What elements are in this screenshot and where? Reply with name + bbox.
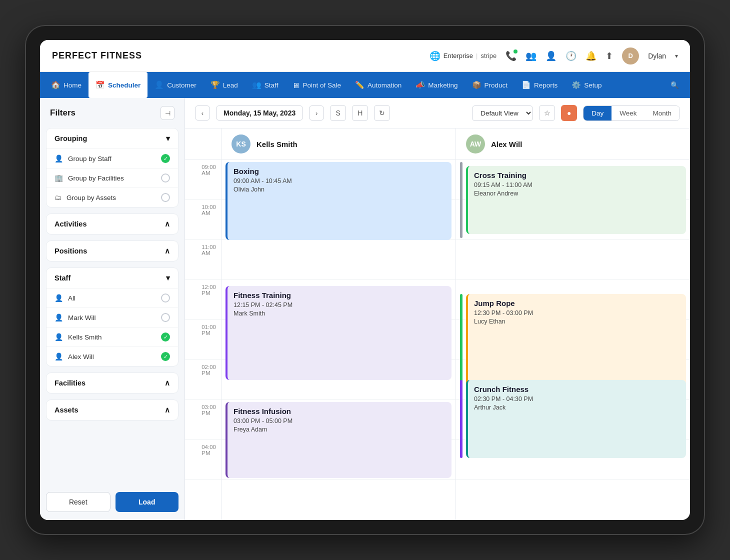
fitness-training-person: Mark Smith — [234, 310, 446, 317]
star-button[interactable]: ☆ — [539, 105, 555, 121]
next-date-button[interactable]: › — [309, 106, 324, 120]
alex-column: Cross Training 09:15 AM - 11:00 AM Elean… — [456, 160, 690, 520]
calendar-grid: 09:00AM 10:00AM 11:00AM 12:00PM 01:00PM … — [185, 160, 690, 520]
staff-mark-item[interactable]: 👤 Mark Will — [46, 308, 178, 327]
person-icon[interactable]: 👤 — [546, 50, 556, 62]
load-button[interactable]: Load — [116, 492, 179, 512]
share-icon[interactable]: ⬆ — [606, 50, 613, 62]
lead-icon: 🏆 — [210, 80, 220, 90]
nav-marketing[interactable]: 📣 Marketing — [408, 72, 464, 98]
clock-icon[interactable]: 🕐 — [566, 50, 576, 62]
crunch-indicator — [460, 380, 462, 458]
jump-rope-event[interactable]: Jump Rope 12:30 PM - 03:00 PM Lucy Ethan — [466, 294, 686, 388]
nav-home[interactable]: 🏠 Home — [44, 72, 88, 98]
s-button[interactable]: S — [330, 105, 346, 121]
time-slot-400: 04:00PM — [185, 440, 221, 480]
fitness-infusion-person: Freya Adam — [234, 426, 446, 433]
home-icon: 🏠 — [51, 80, 60, 90]
group-by-staff-item[interactable]: 👤 Group by Staff ✓ — [46, 148, 178, 168]
stripe-label: stripe — [480, 52, 496, 60]
staff-header: KS Kells Smith AW Alex Will — [185, 128, 690, 160]
nav-home-label: Home — [64, 82, 82, 89]
color-button[interactable]: ● — [561, 105, 577, 121]
nav-product[interactable]: 📦 Product — [465, 72, 515, 98]
time-col-header — [185, 128, 221, 160]
staff-mark-label: Mark Will — [68, 314, 96, 322]
time-slot-200: 02:00PM — [185, 360, 221, 400]
view-toggle: Day Week Month — [583, 106, 680, 121]
staff-alex-label: Alex Will — [68, 353, 94, 360]
jump-rope-time: 12:30 PM - 03:00 PM — [474, 310, 680, 316]
kells-slot-3 — [222, 240, 456, 280]
enterprise-badge: 🌐 Enterprise | stripe — [430, 50, 496, 62]
cross-training-person: Eleanor Andrew — [474, 190, 680, 197]
time-slot-1200: 12:00PM — [185, 280, 221, 320]
facilities-header[interactable]: Facilities ∧ — [46, 373, 178, 393]
nav-scheduler-label: Scheduler — [108, 82, 140, 89]
group-by-assets-item[interactable]: 🗂 Group by Assets — [46, 188, 178, 207]
alex-slot-3 — [456, 240, 690, 280]
nav-automation[interactable]: ✏️ Automation — [348, 72, 408, 98]
users-icon[interactable]: 👥 — [526, 50, 536, 62]
nav-staff[interactable]: 👥 Staff — [245, 72, 286, 98]
group-by-facilities-label: Group by Facilities — [68, 174, 124, 182]
grouping-header[interactable]: Grouping ▾ — [46, 128, 178, 148]
crunch-fitness-event[interactable]: Crunch Fitness 02:30 PM - 04:30 PM Arthu… — [466, 380, 686, 458]
fitness-infusion-event[interactable]: Fitness Infusion 03:00 PM - 05:00 PM Fre… — [226, 402, 452, 478]
activities-header[interactable]: Activities ∧ — [46, 214, 178, 234]
top-bar: PERFECT FITNESS 🌐 Enterprise | stripe 📞 … — [40, 40, 690, 72]
h-button[interactable]: H — [352, 105, 368, 121]
group-by-staff-check: ✓ — [161, 154, 170, 163]
avatar[interactable]: D — [622, 48, 639, 64]
assets-header[interactable]: Assets ∧ — [46, 400, 178, 420]
staff-filter-chevron: ▾ — [166, 274, 170, 282]
staff-kells-label: Kells Smith — [68, 334, 102, 341]
group-by-assets-label: Group by Assets — [66, 194, 116, 202]
bell-icon[interactable]: 🔔 — [586, 50, 596, 62]
staff-alex-item[interactable]: 👤 Alex Will ✓ — [46, 346, 178, 366]
nav-scheduler[interactable]: 📅 Scheduler — [88, 72, 148, 98]
nav-product-label: Product — [484, 82, 508, 89]
group-by-staff-label: Group by Staff — [68, 155, 112, 162]
time-slot-1100: 11:00AM — [185, 240, 221, 280]
nav-setup[interactable]: ⚙️ Setup — [564, 72, 608, 98]
kells-column: Boxing 09:00 AM - 10:45 AM Olivia John F… — [221, 160, 456, 520]
boxing-event[interactable]: Boxing 09:00 AM - 10:45 AM Olivia John — [226, 162, 452, 240]
fitness-training-event[interactable]: Fitness Training 12:15 PM - 02:45 PM Mar… — [226, 286, 452, 380]
reset-button[interactable]: Reset — [46, 492, 110, 512]
sidebar-collapse-button[interactable]: ⊣ — [160, 106, 174, 120]
month-view-button[interactable]: Month — [644, 106, 680, 120]
refresh-button[interactable]: ↻ — [374, 105, 390, 121]
nav-pos[interactable]: 🖥 Point of Sale — [285, 72, 348, 98]
prev-date-button[interactable]: ‹ — [195, 106, 210, 120]
phone-icon[interactable]: 📞 — [506, 50, 516, 62]
crunch-fitness-title: Crunch Fitness — [474, 385, 680, 394]
activities-section: Activities ∧ — [46, 214, 178, 234]
nav-search[interactable]: 🔍 — [664, 72, 686, 98]
nav-reports[interactable]: 📄 Reports — [514, 72, 564, 98]
time-column: 09:00AM 10:00AM 11:00AM 12:00PM 01:00PM … — [185, 160, 221, 520]
positions-section: Positions ∧ — [46, 240, 178, 262]
week-view-button[interactable]: Week — [612, 106, 644, 120]
nav-customer[interactable]: 👤 Customer — [148, 72, 204, 98]
staff-kells-icon: 👤 — [54, 333, 63, 341]
nav-lead[interactable]: 🏆 Lead — [204, 72, 245, 98]
positions-header[interactable]: Positions ∧ — [46, 241, 178, 261]
view-select[interactable]: Default View — [472, 106, 533, 121]
alex-indicator — [460, 162, 462, 238]
staff-all-label: All — [68, 294, 76, 302]
jump-rope-indicator — [460, 294, 462, 388]
staff-kells-item[interactable]: 👤 Kells Smith ✓ — [46, 327, 178, 346]
cross-training-time: 09:15 AM - 11:00 AM — [474, 182, 680, 188]
search-icon: 🔍 — [670, 81, 679, 89]
day-view-button[interactable]: Day — [584, 106, 612, 120]
group-by-facilities-item[interactable]: 🏢 Group by Facilities — [46, 168, 178, 188]
cross-training-event[interactable]: Cross Training 09:15 AM - 11:00 AM Elean… — [466, 166, 686, 234]
crunch-fitness-person: Arthur Jack — [474, 404, 680, 411]
staff-all-radio — [161, 294, 170, 302]
brand-logo: PERFECT FITNESS — [52, 50, 142, 61]
staff-all-item[interactable]: 👤 All — [46, 288, 178, 308]
boxing-time: 09:00 AM - 10:45 AM — [234, 178, 446, 184]
staff-filter-header[interactable]: Staff ▾ — [46, 268, 178, 288]
dropdown-arrow[interactable]: ▾ — [675, 52, 678, 60]
